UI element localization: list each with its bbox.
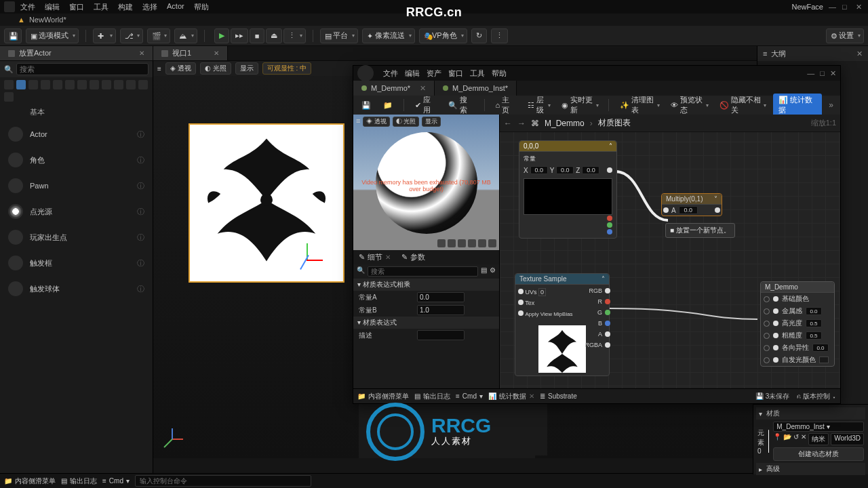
detail-group-expr[interactable]: ▾ 材质表达式 [353,317,499,329]
constA-input[interactable] [417,292,465,302]
graph-fwd-icon[interactable]: → [517,119,526,128]
save-button[interactable]: 💾 [4,28,22,43]
footer-content-tab[interactable]: 📁 内容侧滑菜单 [4,476,56,486]
cat-vol-icon[interactable] [90,80,99,89]
menu-build[interactable]: 构建 [118,2,133,12]
aniso-pin[interactable] [773,345,778,350]
maximize-icon[interactable]: □ [842,3,850,11]
actor-info-icon[interactable]: ⓘ [137,129,144,140]
node-collapse-icon[interactable]: ˄ [609,142,612,150]
mat-apply-button[interactable]: ✔ 应用 [411,98,441,112]
mat-save-button[interactable]: 💾 [357,98,375,112]
menu-edit[interactable]: 编辑 [45,2,60,12]
const-g-pin[interactable] [607,222,612,228]
cat-light-icon[interactable] [28,80,38,89]
prim-sphere-icon[interactable] [448,239,456,247]
cat-basic-icon[interactable] [16,80,26,89]
mat-tab-inst[interactable]: M_Demmo_Inst* [435,81,517,96]
a-pin[interactable] [605,331,610,337]
tex-collapse-icon[interactable]: ˄ [601,275,605,283]
eject-button[interactable]: ⏏ [266,28,282,43]
details-mat-section[interactable]: ▾ 材质 [756,407,865,420]
crumb-name[interactable]: M_Demmo [545,119,585,128]
params-tab[interactable]: ✎ 参数 [396,250,431,264]
cat-all-icon[interactable] [102,80,111,89]
metal-pin[interactable] [773,308,778,314]
prim-plane-icon[interactable] [458,239,466,247]
mat-stats-button[interactable]: 📊 统计数据 [773,94,823,117]
streaming-dropdown[interactable]: ✦像素流送 [362,28,415,43]
crumb-graph[interactable]: 材质图表 [598,117,631,129]
unsaved-button[interactable]: 💾 3未保存 [755,392,789,400]
cat-fx-icon[interactable] [65,80,75,89]
prim-teapot-icon[interactable] [488,239,496,247]
base-radio[interactable] [764,296,770,302]
node-multiply[interactable]: Multiply(0,1)˅ A [661,193,722,216]
node-texture-sample[interactable]: Texture Sample˄ UVs 0 Tex Apply View Mip… [515,273,610,376]
vp-persp[interactable]: ◈透视 [165,62,196,75]
cat-geo-icon[interactable] [77,80,87,89]
world-field[interactable]: World3D [831,433,864,445]
menu-select[interactable]: 选择 [142,2,157,12]
cat-extra3-icon[interactable] [138,80,148,89]
mult-collapse-icon[interactable]: ˅ [714,195,717,203]
node-material-output[interactable]: M_Demmo 基础颜色 金属感0.0 高光度0.5 粗糙度0.5 各向异性0.… [760,281,835,367]
rough-radio[interactable] [764,333,770,339]
vp-vis[interactable]: 可观显性 : 中 [262,62,311,75]
material-graph[interactable]: ← → ⌘ M_Demmo › 材质图表 缩放1:1 0,0,0˄ 常量 X Y… [500,115,840,388]
mat-search-button[interactable]: 🔍 搜索 [444,98,477,112]
detail-search-input[interactable] [368,266,478,277]
sequencer-dropdown[interactable]: 🎬 [147,28,170,43]
tex-thumbnail[interactable] [538,325,586,373]
prev-menu-icon[interactable]: ≡ [356,117,360,127]
refresh-button[interactable]: ↻ [471,28,487,43]
mat-thumb[interactable] [768,430,769,453]
spec-pin[interactable] [773,321,778,326]
console-input[interactable] [135,475,311,487]
cat-cine-icon[interactable] [53,80,62,89]
vpchar-dropdown[interactable]: 🎭VP角色 [419,28,467,43]
mip-pin[interactable] [518,310,524,316]
r-pin[interactable] [605,299,610,304]
cat-extra1-icon[interactable] [114,80,123,89]
settings-dropdown[interactable]: ⚙设置 [826,28,864,43]
rgba-pin[interactable] [605,342,610,348]
mat-cmd-tab[interactable]: ≡ Cmd ▾ [456,392,483,400]
desc-input[interactable] [417,330,465,340]
mat-tab-main[interactable]: M_Demmo*✕ [353,81,435,96]
actor-info-icon[interactable]: ⓘ [137,181,144,191]
rgb-pin[interactable] [605,288,610,293]
reset-icon[interactable]: ↺ [793,433,799,445]
const-b-pin[interactable] [607,229,612,235]
play-button[interactable]: ▶ [214,28,229,43]
menu-window[interactable]: 窗口 [69,2,84,12]
b-pin[interactable] [605,321,610,326]
actor-item-5[interactable]: 触发框ⓘ [3,251,150,274]
locate-icon[interactable]: 📍 [773,433,781,445]
mat-menu-window[interactable]: 窗口 [448,68,463,79]
mat-hide-dropdown[interactable]: 🚫 隐藏不相关 [715,98,769,112]
footer-output-tab[interactable]: ▤ 输出日志 [61,476,97,486]
graph-home-icon[interactable]: ⌘ [531,119,539,128]
skip-button[interactable]: ▸▸ [231,28,248,43]
graph-back-icon[interactable]: ← [504,119,512,128]
menu-file[interactable]: 文件 [20,2,35,12]
node-constant-vector[interactable]: 0,0,0˄ 常量 X Y Z [519,140,617,239]
viewport-menu-icon[interactable]: ≡ [157,65,161,73]
rough-pin[interactable] [773,333,778,338]
actor-item-2[interactable]: Pawnⓘ [3,174,150,197]
mult-out-pin[interactable] [715,207,720,213]
close-tab-icon[interactable]: ✕ [139,49,144,57]
platform-dropdown[interactable]: ▤平台 [320,28,358,43]
const-r-pin[interactable] [607,216,612,221]
actor-item-6[interactable]: 触发球体ⓘ [3,277,150,300]
mult-a-input[interactable] [679,206,698,214]
menu-tools[interactable]: 工具 [94,2,108,12]
uvs-pin[interactable] [518,289,524,294]
actor-info-icon[interactable]: ⓘ [137,207,144,217]
spec-radio[interactable] [764,321,770,327]
material-selector[interactable]: M_Demmo_Inst ▾ [773,422,864,432]
mat-content-tab[interactable]: 📁 内容侧滑菜单 [357,392,409,401]
clear-icon[interactable]: ✕ [801,433,806,445]
menu-help[interactable]: 帮助 [194,2,209,12]
